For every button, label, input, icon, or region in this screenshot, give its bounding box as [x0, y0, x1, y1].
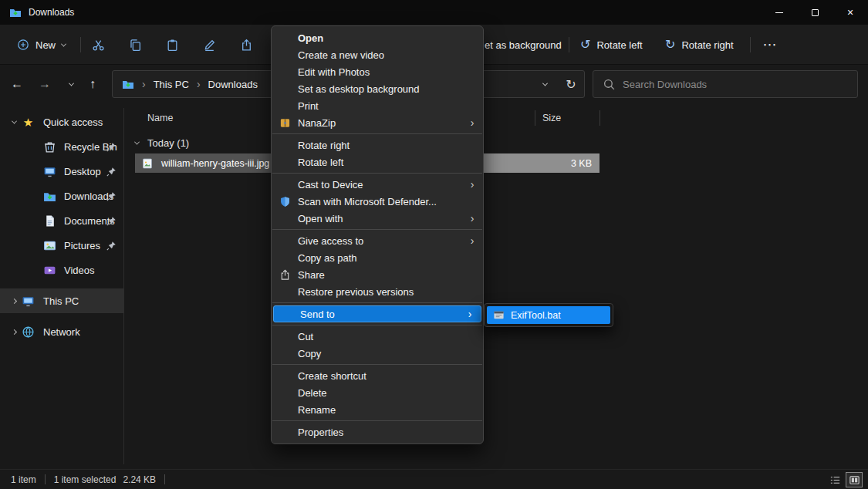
menu-separator — [272, 364, 482, 365]
downloads-icon — [43, 190, 56, 203]
submenu-arrow-icon: › — [466, 179, 478, 190]
rename-button[interactable] — [200, 35, 218, 54]
sidebar-item-label: Quick access — [43, 116, 103, 128]
more-icon: ⋯ — [763, 36, 778, 53]
up-button[interactable]: ↑ — [80, 72, 105, 96]
status-bar: 1 item 1 item selected 2.24 KB — [0, 469, 868, 489]
sidebar-item-downloads[interactable]: Downloads — [0, 184, 123, 208]
context-menu-item-share[interactable]: Share — [272, 266, 483, 283]
context-menu-item-restore-previous-versions[interactable]: Restore previous versions — [272, 283, 483, 300]
menu-separator — [272, 133, 482, 134]
context-menu-item-copy-as-path[interactable]: Copy as path — [272, 249, 483, 266]
column-divider[interactable] — [535, 110, 535, 126]
context-menu-item-rename[interactable]: Rename — [272, 401, 483, 418]
context-menu-item-properties[interactable]: Properties — [272, 423, 483, 440]
cut-button[interactable] — [89, 35, 107, 54]
chevron-down-icon — [134, 139, 140, 144]
maximize-button[interactable] — [797, 0, 833, 25]
copy-button[interactable] — [126, 35, 144, 54]
sidebar-item-desktop[interactable]: Desktop — [0, 159, 123, 184]
context-menu-item-give-access-to[interactable]: Give access to › — [272, 232, 483, 249]
set-as-background-button[interactable]: et as background — [485, 25, 562, 65]
submenu-arrow-icon: › — [466, 117, 478, 128]
item-count: 1 item — [11, 474, 36, 485]
share-button[interactable] — [237, 35, 255, 54]
close-button[interactable]: × — [833, 0, 868, 25]
back-button[interactable]: ← — [5, 72, 29, 96]
rotate-left-button[interactable]: ↺ Rotate left — [580, 25, 643, 65]
menu-separator — [272, 229, 482, 230]
sidebar-item-videos[interactable]: Videos — [0, 258, 123, 282]
context-menu-item-open-with[interactable]: Open with › — [272, 210, 483, 227]
group-header-today[interactable]: Today (1) — [135, 133, 189, 152]
search-input[interactable] — [593, 71, 857, 97]
title-bar: Downloads × — [0, 0, 868, 25]
context-menu-item-copy[interactable]: Copy — [272, 345, 483, 362]
plus-icon — [17, 39, 29, 51]
large-icons-view-button[interactable] — [846, 472, 863, 487]
star-icon: ★ — [22, 116, 35, 129]
submenu-arrow-icon: › — [464, 309, 476, 319]
sidebar-item-network[interactable]: Network — [0, 319, 123, 344]
desktop-icon — [43, 165, 56, 178]
submenu-item-label: ExifTool.bat — [511, 310, 561, 321]
menu-separator — [272, 173, 482, 174]
context-menu-item-nanazip[interactable]: NanaZip › — [272, 114, 483, 131]
file-size: 3 KB — [571, 158, 592, 169]
forward-button[interactable]: → — [32, 72, 57, 96]
sidebar-item-recycle-bin[interactable]: Recycle Bin — [0, 134, 123, 159]
videos-icon — [43, 264, 56, 277]
context-menu-item-print[interactable]: Print — [272, 97, 483, 114]
column-header-name[interactable]: Name — [147, 113, 173, 123]
cut-icon — [92, 39, 105, 52]
paste-icon — [166, 39, 179, 52]
window-title: Downloads — [29, 7, 74, 18]
see-more-button[interactable]: ⋯ — [759, 35, 781, 55]
selection-size: 2.24 KB — [123, 474, 156, 485]
context-menu-item-delete[interactable]: Delete — [272, 384, 483, 401]
context-menu-item-scan-with-defender[interactable]: Scan with Microsoft Defender... — [272, 193, 483, 210]
breadcrumb-separator-icon: › — [191, 78, 207, 90]
context-menu-item-create-a-new-video[interactable]: Create a new video — [272, 46, 483, 63]
maximize-icon — [812, 9, 819, 16]
pictures-icon — [43, 239, 56, 252]
context-menu-item-rotate-right[interactable]: Rotate right — [272, 137, 483, 153]
pin-icon — [106, 142, 117, 152]
selection-info: 1 item selected — [54, 474, 117, 485]
window-controls: × — [762, 0, 868, 25]
menu-separator — [272, 325, 482, 325]
recycle-bin-icon — [43, 140, 56, 153]
sidebar-item-this-pc[interactable]: This PC — [0, 288, 123, 313]
send-to-submenu: ExifTool.bat — [484, 303, 613, 327]
details-view-button[interactable] — [826, 472, 843, 487]
context-menu-item-set-as-desktop-background[interactable]: Set as desktop background — [272, 80, 483, 97]
downloads-folder-icon — [122, 78, 134, 90]
menu-separator — [272, 420, 482, 421]
minimize-button[interactable] — [762, 0, 797, 25]
context-menu-item-edit-with-photos[interactable]: Edit with Photos — [272, 63, 483, 80]
breadcrumb-downloads[interactable]: Downloads — [207, 79, 259, 90]
context-menu-item-cut[interactable]: Cut — [272, 328, 483, 345]
breadcrumb-this-pc[interactable]: This PC — [152, 79, 191, 90]
context-menu-item-rotate-left[interactable]: Rotate left — [272, 153, 483, 170]
column-divider[interactable] — [599, 110, 600, 126]
sidebar-item-quick-access[interactable]: ★ Quick access — [0, 110, 123, 134]
context-menu-item-cast-to-device[interactable]: Cast to Device › — [272, 176, 483, 193]
rotate-right-button[interactable]: ↻ Rotate right — [665, 25, 734, 65]
context-menu-item-send-to[interactable]: Send to › — [273, 305, 481, 322]
column-header-size[interactable]: Size — [542, 113, 561, 123]
submenu-arrow-icon: › — [466, 235, 478, 246]
context-menu-item-create-shortcut[interactable]: Create shortcut — [272, 367, 483, 384]
submenu-item-exiftool-bat[interactable]: ExifTool.bat — [487, 306, 610, 324]
context-menu-item-open[interactable]: Open — [272, 29, 483, 46]
new-button[interactable]: New — [9, 32, 73, 57]
status-divider — [164, 474, 165, 484]
address-dropdown-button[interactable] — [532, 71, 558, 97]
refresh-button[interactable]: ↻ — [558, 71, 584, 97]
paste-button[interactable] — [163, 35, 181, 54]
sidebar-item-documents[interactable]: Documents — [0, 208, 123, 233]
share-icon — [279, 269, 291, 281]
sidebar-item-pictures[interactable]: Pictures — [0, 233, 123, 258]
expander-icon — [6, 299, 22, 303]
toolbar-divider — [750, 37, 751, 52]
